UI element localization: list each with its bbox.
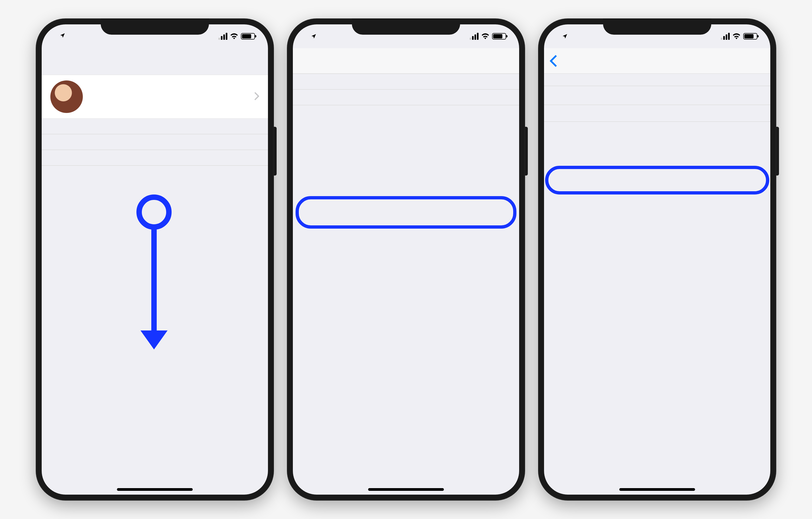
scroll-down-hint-overlay [137, 194, 172, 350]
nav-bar [293, 48, 519, 74]
chevron-right-icon [255, 92, 259, 101]
phone-frame-3 [538, 19, 776, 500]
settings-group-accounts [293, 105, 519, 105]
section-header-siri-suggestions [544, 93, 770, 105]
section-apps [544, 121, 770, 122]
location-arrow-icon [311, 31, 317, 42]
signal-icon [219, 33, 227, 40]
screen-2 [293, 24, 519, 495]
home-indicator[interactable] [619, 488, 695, 491]
section-footer-siri-suggestions [544, 105, 770, 112]
wifi-icon [481, 31, 489, 42]
notch [101, 19, 209, 35]
screen-3 [544, 24, 770, 495]
profile-row[interactable] [42, 75, 268, 118]
signal-icon [721, 33, 730, 40]
location-arrow-icon [562, 31, 568, 42]
back-button[interactable] [549, 55, 558, 67]
settings-group-general [42, 165, 268, 166]
phone-frame-1 [36, 19, 274, 500]
section-footer-ask-siri [544, 86, 770, 93]
avatar [50, 80, 83, 113]
nav-bar [544, 48, 770, 74]
highlight-siri-search [296, 196, 516, 228]
wifi-icon [732, 31, 741, 42]
notch [603, 19, 711, 35]
page-title [42, 48, 268, 75]
highlight-language [545, 166, 769, 194]
phone-frame-2 [287, 19, 525, 500]
home-indicator[interactable] [368, 488, 444, 491]
screen-1 [42, 24, 268, 495]
battery-icon [492, 33, 506, 39]
home-indicator[interactable] [117, 488, 193, 491]
battery-icon [241, 33, 255, 39]
wifi-icon [230, 31, 238, 42]
section-header-ask-siri [544, 74, 770, 86]
notch [352, 19, 460, 35]
battery-icon [743, 33, 757, 39]
location-arrow-icon [60, 32, 65, 40]
signal-icon [470, 33, 478, 40]
